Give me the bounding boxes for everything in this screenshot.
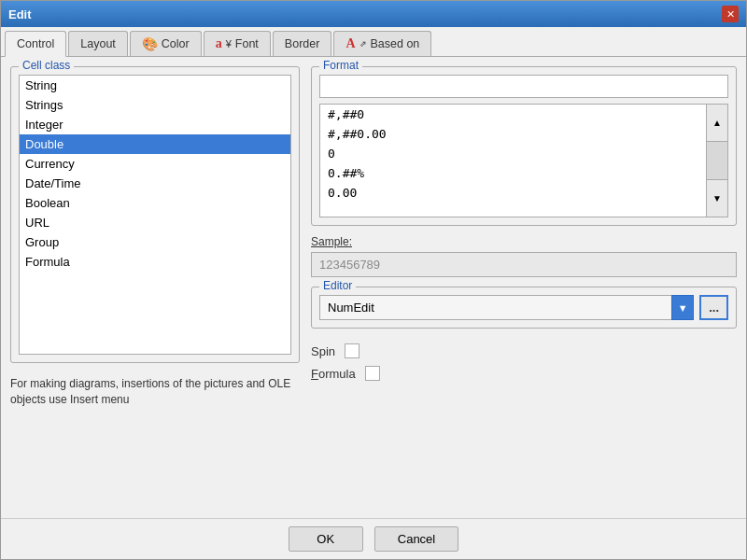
formula-checkbox[interactable] xyxy=(365,366,380,381)
ok-button[interactable]: OK xyxy=(289,526,363,552)
tab-font[interactable]: a¥ Font xyxy=(204,31,271,56)
spin-checkbox[interactable] xyxy=(345,343,359,358)
close-button[interactable]: ✕ xyxy=(722,6,739,22)
editor-select[interactable]: NumEdit xyxy=(319,295,694,320)
scroll-down-button[interactable]: ▼ xyxy=(707,180,727,217)
tab-control-label: Control xyxy=(17,37,54,50)
sample-section: Sample: 123456789 xyxy=(311,235,737,277)
cell-class-group: Cell class String Strings Integer Double… xyxy=(10,66,300,363)
sample-label: Sample: xyxy=(311,235,737,248)
tab-border-label: Border xyxy=(285,37,320,50)
scroll-buttons: ▲ ▼ xyxy=(706,105,727,217)
editor-row: NumEdit ▼ ... xyxy=(319,295,728,320)
list-item[interactable]: Currency xyxy=(20,154,290,174)
font-icon: a xyxy=(216,36,222,51)
scroll-middle xyxy=(707,142,727,179)
editor-dots-button[interactable]: ... xyxy=(699,295,728,320)
list-item[interactable]: Boolean xyxy=(20,193,290,213)
title-bar: Edit ✕ xyxy=(1,1,746,27)
format-list-container: #,##0 #,##0.00 0 0.##% 0.00 ▲ ▼ xyxy=(319,104,728,217)
tab-color-label: Color xyxy=(162,37,190,50)
list-item[interactable]: 0.##% xyxy=(320,163,706,183)
right-panel: Format #,##0 #,##0.00 0 0.##% 0.00 ▲ ▼ xyxy=(311,66,737,509)
color-icon: 🎨 xyxy=(142,36,158,51)
tab-layout-label: Layout xyxy=(80,37,116,50)
content-area: Cell class String Strings Integer Double… xyxy=(1,57,746,518)
list-item[interactable]: 0.00 xyxy=(320,183,706,203)
sample-label-rest: ample: xyxy=(318,235,352,248)
list-item[interactable]: Double xyxy=(20,134,290,154)
left-panel: Cell class String Strings Integer Double… xyxy=(10,66,300,509)
editor-select-container: NumEdit ▼ xyxy=(319,295,694,320)
tab-based-on[interactable]: A⇗ Based on xyxy=(333,31,431,56)
dialog-title: Edit xyxy=(8,7,32,21)
list-item[interactable]: Formula xyxy=(20,252,290,272)
format-input[interactable] xyxy=(319,75,728,98)
formula-label-rest: ormula xyxy=(318,367,356,381)
list-item[interactable]: Integer xyxy=(20,115,290,134)
format-title: Format xyxy=(319,59,362,72)
based-on-icon: A xyxy=(345,36,355,51)
cell-class-list[interactable]: String Strings Integer Double Currency D… xyxy=(19,75,291,355)
format-group: Format #,##0 #,##0.00 0 0.##% 0.00 ▲ ▼ xyxy=(311,66,737,226)
tab-layout[interactable]: Layout xyxy=(68,31,128,56)
list-item[interactable]: String xyxy=(20,76,290,95)
list-item[interactable]: 0 xyxy=(320,144,706,163)
format-list[interactable]: #,##0 #,##0.00 0 0.##% 0.00 xyxy=(320,105,706,217)
sample-label-text: S xyxy=(311,235,318,248)
list-item[interactable]: Strings xyxy=(20,95,290,115)
tab-border[interactable]: Border xyxy=(273,31,332,56)
formula-underline-char: F xyxy=(311,367,318,381)
list-item[interactable]: #,##0 xyxy=(320,105,706,124)
formula-label: Formula xyxy=(311,367,356,381)
tab-based-on-label: Based on xyxy=(371,37,420,50)
editor-title: Editor xyxy=(319,279,356,292)
sample-value: 123456789 xyxy=(311,252,737,277)
hint-text: For making diagrams, insertions of the p… xyxy=(10,376,300,408)
list-item[interactable]: Date/Time xyxy=(20,174,290,193)
list-item[interactable]: URL xyxy=(20,213,290,232)
checkboxes-area: Spin Formula xyxy=(311,338,737,386)
tab-color[interactable]: 🎨 Color xyxy=(130,31,202,56)
scroll-up-button[interactable]: ▲ xyxy=(707,105,727,142)
dialog: Edit ✕ Control Layout 🎨 Color a¥ Font Bo… xyxy=(0,0,747,560)
list-item[interactable]: #,##0.00 xyxy=(320,124,706,144)
cancel-button[interactable]: Cancel xyxy=(374,526,458,552)
spin-label: Spin xyxy=(311,344,335,358)
tab-control[interactable]: Control xyxy=(5,31,66,57)
editor-group: Editor NumEdit ▼ ... xyxy=(311,287,737,329)
font-icon2: ¥ xyxy=(226,38,232,49)
dialog-footer: OK Cancel xyxy=(1,518,746,559)
tab-font-label: Font xyxy=(235,37,259,50)
tabs-bar: Control Layout 🎨 Color a¥ Font Border A⇗… xyxy=(1,27,746,57)
spin-checkbox-row: Spin xyxy=(311,343,737,358)
formula-checkbox-row: Formula xyxy=(311,366,737,381)
cell-class-title: Cell class xyxy=(19,59,74,72)
list-item[interactable]: Group xyxy=(20,232,290,252)
